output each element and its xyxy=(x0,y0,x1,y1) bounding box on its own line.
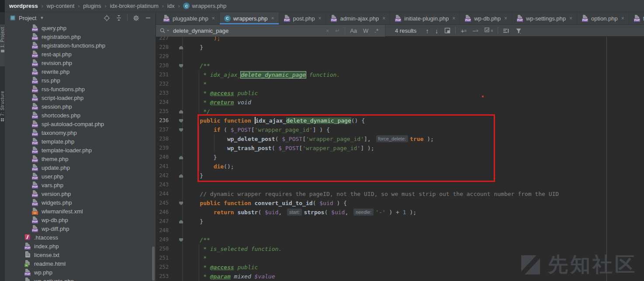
line-number: 240 xyxy=(156,153,169,162)
line-number: 243 xyxy=(156,180,169,189)
match-case-toggle[interactable]: Aa xyxy=(350,27,357,34)
previous-occurrence-button[interactable]: ↑ xyxy=(426,27,429,34)
tab-close-icon[interactable]: × xyxy=(621,15,624,21)
tree-item-version-php[interactable]: PHPversion.php xyxy=(5,189,156,198)
open-in-find-window-icon[interactable] xyxy=(444,27,450,34)
tab-close-icon[interactable]: × xyxy=(212,15,215,21)
tree-item-license-txt[interactable]: license.txt xyxy=(5,250,156,259)
clear-search-icon[interactable]: × xyxy=(326,27,329,34)
fold-marker-icon[interactable] xyxy=(179,202,183,205)
tree-item-rss-php[interactable]: PHPrss.php xyxy=(5,76,156,85)
tree-item-revision-php[interactable]: PHPrevision.php xyxy=(5,58,156,67)
tree-item-template-loader-php[interactable]: PHPtemplate-loader.php xyxy=(5,146,156,154)
editor-tab-post-php[interactable]: PHPpost.php× xyxy=(279,12,326,24)
tool-tab-structure-label: 7: Structure xyxy=(0,91,5,116)
tree-item-wp-activate-php[interactable]: PHPwp-activate.php xyxy=(5,277,156,281)
tree-item-wp-db-php[interactable]: PHPwp-db.php xyxy=(5,216,156,224)
settings-gear-icon[interactable] xyxy=(132,14,140,22)
tool-tab-project[interactable]: 1: Project xyxy=(0,24,5,66)
editor-tab-wp-db-php[interactable]: PHPwp-db.php× xyxy=(460,12,512,24)
parameter-hint: start: xyxy=(287,209,302,216)
tab-close-icon[interactable]: × xyxy=(382,15,385,21)
add-selection-button[interactable]: +II xyxy=(460,27,466,34)
fold-marker-icon[interactable] xyxy=(179,174,183,178)
editor-tab-pluggable-php[interactable]: PHPpluggable.php× xyxy=(159,12,220,24)
tab-close-icon[interactable]: × xyxy=(318,15,321,21)
fold-marker-icon[interactable] xyxy=(179,220,183,223)
breadcrumb-item[interactable]: wordpress xyxy=(8,3,39,9)
tree-item-widgets-php[interactable]: PHPwidgets.php xyxy=(5,198,156,207)
tree-item-label: wp.php xyxy=(34,269,52,276)
tab-close-icon[interactable]: × xyxy=(452,15,455,21)
tab-close-icon[interactable]: × xyxy=(569,15,572,21)
fold-marker-icon[interactable] xyxy=(179,128,183,132)
hide-panel-icon[interactable] xyxy=(144,14,152,22)
tree-item-taxonomy-php[interactable]: PHPtaxonomy.php xyxy=(5,128,156,137)
tree-item-session-php[interactable]: PHPsession.php xyxy=(5,102,156,111)
chevron-down-icon[interactable]: ▼ xyxy=(40,16,44,20)
locate-file-icon[interactable] xyxy=(103,14,111,22)
tree-item-wp-php[interactable]: PHPwp.php xyxy=(5,268,156,277)
tree-item-template-php[interactable]: PHPtemplate.php xyxy=(5,137,156,146)
tree-item-query-php[interactable]: PHPquery.php xyxy=(5,24,156,32)
code-text xyxy=(185,226,644,235)
tree-item-wp-diff-php[interactable]: PHPwp-diff.php xyxy=(5,224,156,233)
tab-label: wrappers.php xyxy=(233,15,268,22)
tree-item-vars-php[interactable]: PHPvars.php xyxy=(5,181,156,189)
search-query-text[interactable]: delete_dynamic_page xyxy=(173,27,323,34)
remove-selection-button[interactable]: −II xyxy=(472,27,478,34)
search-filter-funnel-icon[interactable] xyxy=(516,27,522,34)
newline-icon[interactable]: ↵ xyxy=(335,27,340,34)
tree-item--htaccess[interactable]: .htaccess xyxy=(5,233,156,242)
editor-tab-wrappers-php[interactable]: Cwrappers.php× xyxy=(220,12,279,24)
project-panel-title[interactable]: Project xyxy=(19,15,36,21)
tree-item-wlwmanifest-xml[interactable]: <>wlwmanifest.xml xyxy=(5,207,156,216)
tree-item-registration-php[interactable]: PHPregistration.php xyxy=(5,32,156,41)
tool-tab-structure[interactable]: 7: Structure xyxy=(0,91,5,142)
project-panel-header: Project ▼ xyxy=(5,12,156,24)
tree-item-theme-php[interactable]: PHPtheme.php xyxy=(5,154,156,163)
tree-item-rest-api-php[interactable]: PHPrest-api.php xyxy=(5,50,156,58)
tree-item-update-php[interactable]: PHPupdate.php xyxy=(5,163,156,172)
tree-item-rss-functions-php[interactable]: PHPrss-functions.php xyxy=(5,85,156,93)
words-toggle[interactable]: W xyxy=(363,27,368,34)
tree-item-label: query.php xyxy=(42,25,66,31)
fold-marker-icon[interactable] xyxy=(179,64,183,68)
tree-item-readme-html[interactable]: Hreadme.html xyxy=(5,259,156,268)
search-input[interactable]: delete_dynamic_page × ↵ Aa W .* xyxy=(156,25,385,37)
breadcrumb-item[interactable]: Cwrappers.php xyxy=(182,3,227,9)
editor-tab-functions-php[interactable]: PHPfunctions.php× xyxy=(629,12,644,24)
code-editor[interactable]: 227 );228 }229230 /**231 * idx_ajax_dele… xyxy=(156,37,644,281)
tree-item-shortcodes-php[interactable]: PHPshortcodes.php xyxy=(5,111,156,120)
project-scrollbar[interactable] xyxy=(152,247,155,281)
breadcrumb-item[interactable]: plugins xyxy=(82,3,102,9)
tree-item-index-php[interactable]: PHPindex.php xyxy=(5,242,156,250)
tree-item-script-loader-php[interactable]: PHPscript-loader.php xyxy=(5,93,156,102)
tab-close-icon[interactable]: × xyxy=(271,15,274,21)
code-text: * xyxy=(185,79,644,89)
regex-toggle[interactable]: .* xyxy=(374,27,378,34)
fold-marker-icon[interactable] xyxy=(179,46,183,49)
fold-marker-icon[interactable] xyxy=(179,110,183,113)
editor-tab-wp-settings-php[interactable]: PHPwp-settings.php× xyxy=(512,12,577,24)
fold-marker-icon[interactable] xyxy=(179,119,183,123)
editor-tab-admin-ajax-php[interactable]: PHPadmin-ajax.php× xyxy=(326,12,390,24)
next-occurrence-button[interactable]: ↓ xyxy=(435,27,439,34)
breadcrumb-item[interactable]: idx-broker-platinum xyxy=(109,3,159,9)
editor-tab-option-php[interactable]: PHPoption.php× xyxy=(577,12,629,24)
search-icon[interactable] xyxy=(159,27,170,34)
select-all-occurrences-button[interactable]: II xyxy=(485,27,493,34)
collapse-all-icon[interactable] xyxy=(115,14,123,22)
tree-item-rewrite-php[interactable]: PHPrewrite.php xyxy=(5,67,156,76)
editor-tab-initiate-plugin-php[interactable]: PHPinitiate-plugin.php× xyxy=(390,12,460,24)
tree-item-spl-autoload-compat-php[interactable]: PHPspl-autoload-compat.php xyxy=(5,120,156,128)
fold-marker-icon[interactable] xyxy=(179,156,183,159)
fold-column xyxy=(169,52,185,61)
tab-close-icon[interactable]: × xyxy=(504,15,507,21)
tree-item-registration-functions-php[interactable]: PHPregistration-functions.php xyxy=(5,41,156,50)
filter-lines-icon[interactable] xyxy=(503,28,509,34)
fold-marker-icon[interactable] xyxy=(179,238,183,242)
breadcrumb-item[interactable]: idx xyxy=(166,3,176,9)
breadcrumb-item[interactable]: wp-content xyxy=(46,3,76,9)
tree-item-user-php[interactable]: PHPuser.php xyxy=(5,172,156,181)
